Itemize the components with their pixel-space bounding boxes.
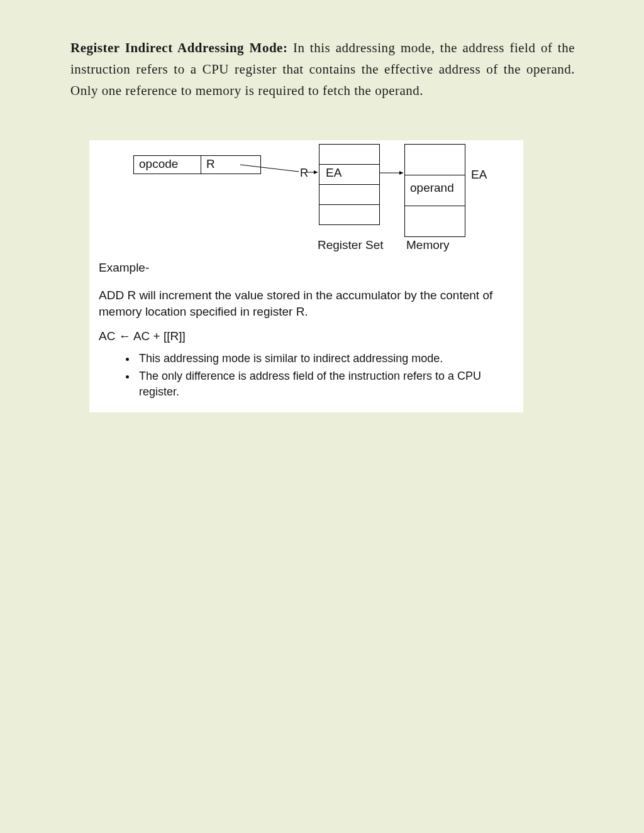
- example-body: ADD R will increment the value stored in…: [99, 287, 514, 319]
- bullet-item: This addressing mode is similar to indir…: [136, 351, 514, 367]
- register-set-caption: Register Set: [318, 238, 384, 252]
- example-formula: AC ← AC + [[R]]: [99, 329, 514, 343]
- mid-r-label: R: [300, 167, 308, 180]
- document-page: Register Indirect Addressing Mode: In th…: [0, 0, 644, 412]
- instruction-box: opcode R: [133, 155, 261, 174]
- figure-panel: opcode R R EA Register Set operand Memor…: [89, 140, 523, 412]
- regset-row: [319, 205, 379, 224]
- register-cell: R: [201, 156, 260, 174]
- memory-caption: Memory: [406, 238, 450, 252]
- regset-row-ea: EA: [319, 165, 379, 185]
- memory-row-operand: operand: [405, 175, 465, 206]
- diagram: opcode R R EA Register Set operand Memor…: [99, 144, 514, 251]
- memory-box: operand: [404, 144, 465, 237]
- memory-row: [405, 145, 465, 175]
- memory-row: [405, 206, 465, 236]
- bullet-item: The only difference is address field of …: [136, 368, 514, 400]
- regset-row: [319, 185, 379, 205]
- regset-row: [319, 145, 379, 165]
- example-heading: Example-: [99, 261, 514, 275]
- ea-side-label: EA: [471, 168, 487, 182]
- intro-paragraph: Register Indirect Addressing Mode: In th…: [70, 37, 575, 101]
- example-bullets: This addressing mode is similar to indir…: [99, 351, 514, 400]
- register-set-box: EA: [319, 144, 380, 225]
- intro-title: Register Indirect Addressing Mode:: [70, 40, 287, 55]
- opcode-cell: opcode: [134, 156, 201, 174]
